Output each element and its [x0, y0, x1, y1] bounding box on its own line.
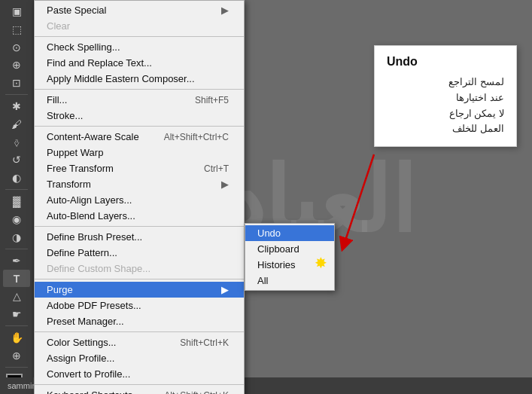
toolbar-divider-3	[5, 249, 28, 249]
separator-5	[35, 279, 244, 279]
tooltip-line-2: عند اختيارها	[387, 90, 504, 106]
crop-tool[interactable]: ⊡	[3, 75, 30, 92]
pen-tool[interactable]: ✒	[3, 252, 30, 270]
free-transform-label: Free Transform	[47, 163, 189, 174]
shape-tool[interactable]: △	[3, 288, 30, 305]
keyboard-shortcuts-shortcut: Alt+Shift+Ctrl+K	[164, 390, 229, 395]
separator-1	[35, 36, 244, 37]
menu-item-puppet-warp[interactable]: Puppet Warp	[35, 145, 244, 160]
pdf-presets-label: Adobe PDF Presets...	[47, 300, 229, 311]
undo-label: Undo	[257, 228, 281, 239]
convert-profile-label: Convert to Profile...	[47, 368, 229, 380]
menu-item-color-settings[interactable]: Color Settings... Shift+Ctrl+K	[35, 334, 244, 350]
menu-item-define-pattern[interactable]: Define Pattern...	[35, 245, 244, 261]
menu-item-free-transform[interactable]: Free Transform Ctrl+T	[35, 160, 244, 176]
separator-3	[35, 126, 244, 127]
define-shape-label: Define Custom Shape...	[47, 263, 229, 274]
clone-tool[interactable]: ⎀	[3, 133, 30, 151]
toolbar-divider-5	[5, 367, 28, 368]
stroke-label: Stroke...	[47, 110, 229, 121]
menu-item-fill[interactable]: Fill... Shift+F5	[35, 92, 244, 108]
blur-tool[interactable]: ◉	[3, 211, 30, 228]
transform-label: Transform	[47, 179, 218, 190]
menu-item-pdf-presets[interactable]: Adobe PDF Presets...	[35, 298, 244, 313]
purge-label: Purge	[47, 284, 218, 295]
menu-item-define-brush[interactable]: Define Brush Preset...	[35, 229, 244, 245]
submenu-item-clipboard[interactable]: Clipboard	[245, 241, 334, 257]
menu-item-find-replace[interactable]: Find and Replace Text...	[35, 55, 244, 71]
menu-item-preset-manager[interactable]: Preset Manager...	[35, 313, 244, 329]
toolbar-divider-2	[5, 189, 28, 190]
menu-item-define-shape: Define Custom Shape...	[35, 261, 244, 276]
tooltip-line-3: لا يمكن ارجاع	[387, 106, 504, 122]
path-select-tool[interactable]: ☛	[3, 306, 30, 323]
history-tool[interactable]: ↺	[3, 151, 30, 169]
menu-item-content-aware[interactable]: Content-Aware Scale Alt+Shift+Ctrl+C	[35, 129, 244, 145]
menu-item-apply-composer[interactable]: Apply Middle Eastern Composer...	[35, 71, 244, 87]
menu-item-transform[interactable]: Transform ▶	[35, 176, 244, 192]
clear-label: Clear	[47, 20, 229, 32]
separator-2	[35, 89, 244, 90]
keyboard-shortcuts-label: Keyboard Shortcuts...	[47, 389, 149, 394]
find-replace-label: Find and Replace Text...	[47, 57, 229, 69]
type-tool[interactable]: T	[3, 270, 30, 287]
check-spelling-label: Check Spelling...	[47, 41, 229, 53]
purge-submenu: Undo Clipboard Histories All	[245, 223, 335, 291]
apply-composer-label: Apply Middle Eastern Composer...	[47, 73, 229, 84]
paste-special-arrow: ▶	[221, 5, 229, 16]
menu-item-clear: Clear	[35, 18, 244, 34]
menu-item-assign-profile[interactable]: Assign Profile...	[35, 350, 244, 366]
eraser-tool[interactable]: ◐	[3, 170, 30, 187]
zoom-tool[interactable]: ⊕	[3, 347, 30, 365]
histories-label: Histories	[257, 259, 296, 270]
clipboard-label: Clipboard	[257, 243, 299, 255]
fill-label: Fill...	[47, 94, 180, 105]
menu-item-auto-blend[interactable]: Auto-Blend Layers...	[35, 208, 244, 224]
define-pattern-label: Define Pattern...	[47, 247, 229, 258]
content-aware-label: Content-Aware Scale	[47, 131, 149, 142]
toolbar-divider-4	[5, 325, 28, 326]
fill-shortcut: Shift+F5	[195, 95, 229, 105]
gradient-tool[interactable]: ▓	[3, 193, 30, 210]
separator-6	[35, 331, 244, 332]
menu-item-purge[interactable]: Purge ▶	[35, 282, 244, 298]
define-brush-label: Define Brush Preset...	[47, 231, 229, 243]
preset-manager-label: Preset Manager...	[47, 316, 229, 327]
free-transform-shortcut: Ctrl+T	[204, 163, 229, 174]
tooltip-text: لمسح التراجع عند اختيارها لا يمكن ارجاع …	[387, 75, 504, 137]
auto-align-label: Auto-Align Layers...	[47, 194, 229, 206]
menu-item-keyboard-shortcuts[interactable]: Keyboard Shortcuts... Alt+Shift+Ctrl+K	[35, 387, 244, 394]
menu-item-paste-special[interactable]: Paste Special ▶	[35, 2, 244, 18]
menu-item-check-spelling[interactable]: Check Spelling...	[35, 39, 244, 55]
purge-arrow: ▶	[221, 284, 229, 295]
puppet-warp-label: Puppet Warp	[47, 147, 229, 158]
toolbar-divider-1	[5, 94, 28, 95]
assign-profile-label: Assign Profile...	[47, 353, 229, 364]
tooltip-line-1: لمسح التراجع	[387, 75, 504, 90]
tooltip-title: Undo	[387, 55, 504, 69]
tooltip-box: Undo لمسح التراجع عند اختيارها لا يمكن ا…	[374, 45, 517, 147]
separator-4	[35, 226, 244, 227]
paste-special-label: Paste Special	[47, 5, 218, 16]
all-label: All	[257, 275, 268, 286]
marquee-tool[interactable]: ⬚	[3, 21, 30, 38]
quick-select-tool[interactable]: ⊕	[3, 57, 30, 74]
auto-blend-label: Auto-Blend Layers...	[47, 210, 229, 221]
lasso-tool[interactable]: ⊙	[3, 38, 30, 56]
hand-tool[interactable]: ✋	[3, 329, 30, 347]
submenu-item-all[interactable]: All	[245, 273, 334, 289]
left-toolbar: ▣ ⬚ ⊙ ⊕ ⊡ ✱ 🖌 ⎀ ↺ ◐ ▓ ◉ ◑ ✒ T △ ☛ ✋ ⊕	[0, 0, 34, 394]
menu-item-auto-align[interactable]: Auto-Align Layers...	[35, 192, 244, 208]
submenu-item-undo[interactable]: Undo	[245, 225, 334, 241]
content-aware-shortcut: Alt+Shift+Ctrl+C	[164, 132, 229, 142]
healing-tool[interactable]: ✱	[3, 98, 30, 115]
move-tool[interactable]: ▣	[3, 3, 30, 20]
separator-7	[35, 384, 244, 385]
menu-item-convert-profile[interactable]: Convert to Profile...	[35, 366, 244, 382]
dodge-tool[interactable]: ◑	[3, 228, 30, 246]
color-settings-shortcut: Shift+Ctrl+K	[180, 337, 229, 348]
submenu-item-histories[interactable]: Histories	[245, 257, 334, 273]
menu-item-stroke[interactable]: Stroke...	[35, 108, 244, 124]
brush-tool[interactable]: 🖌	[3, 116, 30, 133]
edit-menu-dropdown: Paste Special ▶ Clear Check Spelling... …	[34, 0, 245, 394]
